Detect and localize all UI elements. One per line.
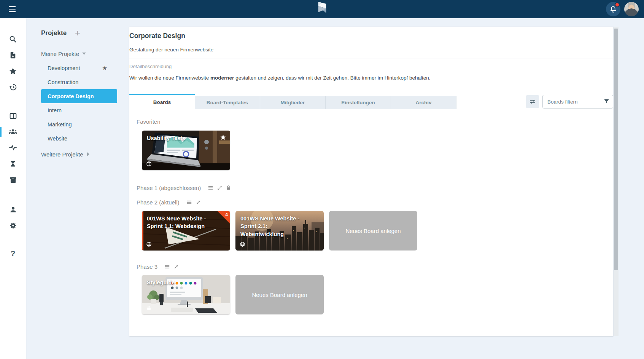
chevron-down-icon xyxy=(82,53,86,55)
favorites-star-icon[interactable] xyxy=(0,63,26,79)
collapse-icon[interactable] xyxy=(173,264,179,270)
icon-rail: ? xyxy=(0,18,26,359)
new-document-icon[interactable] xyxy=(0,47,26,63)
collapse-icon[interactable] xyxy=(196,199,201,205)
board-card-styleguide[interactable]: Styleguide xyxy=(142,275,230,314)
tab-board-templates[interactable]: Board-Templates xyxy=(195,96,260,109)
sidebar-item-weitere-projekte[interactable]: Weitere Projekte xyxy=(41,148,129,161)
globe-icon xyxy=(146,241,152,247)
globe-icon xyxy=(146,161,152,167)
board-filter-input[interactable] xyxy=(542,95,613,108)
sidebar-item-marketing[interactable]: Marketing xyxy=(41,117,117,131)
new-board-button[interactable]: Neues Board anlegen xyxy=(235,275,324,314)
favorite-star-icon[interactable] xyxy=(220,134,226,140)
board-card-usability-tests[interactable]: Usability Tests xyxy=(142,131,230,170)
board-card-sprint-2-1[interactable]: 001WS Neue Website - Sprint 2.1: Webentw… xyxy=(235,211,324,251)
sidebar-item-development[interactable]: Development ★ xyxy=(41,61,117,75)
tab-einstellungen[interactable]: Einstellungen xyxy=(326,96,391,109)
divider xyxy=(129,59,613,59)
board-card-sprint-1-1[interactable]: 4 001WS Neue Website - Sprint 1.1: Webde… xyxy=(142,211,230,251)
divider xyxy=(129,87,613,87)
board-title: Usability Tests xyxy=(142,131,230,142)
tab-archiv[interactable]: Archiv xyxy=(391,96,456,109)
tab-bar: Boards Board-Templates Mitglieder Einste… xyxy=(129,94,613,109)
card-accent-stripe xyxy=(142,211,143,251)
filter-funnel-icon[interactable] xyxy=(603,98,610,105)
section-phase2: Phase 2 (aktuell) xyxy=(137,199,613,206)
sidebar-item-intern[interactable]: Intern xyxy=(41,103,117,117)
chevron-right-icon xyxy=(87,152,89,156)
notification-badge xyxy=(615,2,620,7)
globe-icon xyxy=(240,241,245,247)
profile-icon[interactable] xyxy=(0,201,26,217)
lock-icon xyxy=(146,305,152,311)
phase-menu-icon[interactable] xyxy=(164,263,170,270)
pending-hourglass-icon[interactable] xyxy=(0,156,26,172)
lock-icon xyxy=(226,185,231,191)
phase-menu-icon[interactable] xyxy=(186,199,192,206)
sidebar-item-website[interactable]: Website xyxy=(41,131,117,145)
sidebar-item-corporate-design[interactable]: Corporate Design xyxy=(41,89,117,103)
page-subtitle: Gestaltung der neuen Firmenwebsite xyxy=(129,47,613,53)
tune-icon xyxy=(529,98,536,105)
add-project-icon[interactable]: + xyxy=(75,29,80,37)
scrollbar-track[interactable] xyxy=(614,27,619,336)
archive-icon[interactable] xyxy=(0,172,26,188)
boards-icon[interactable] xyxy=(0,108,26,124)
settings-gear-icon[interactable] xyxy=(0,217,26,233)
rail-active-indicator xyxy=(0,127,2,137)
project-sidebar: Projekte + Meine Projekte Development ★ … xyxy=(26,18,129,359)
section-title: Phase 3 xyxy=(137,263,157,270)
project-star-icon[interactable]: ★ xyxy=(102,65,107,72)
section-phase3: Phase 3 xyxy=(137,263,613,270)
expand-icon[interactable] xyxy=(217,185,223,191)
projects-title: Projekte xyxy=(41,29,67,37)
section-favoriten: Favoriten xyxy=(137,118,613,125)
detail-description: Wir wollen die neue Firmenwebsite modern… xyxy=(129,75,613,81)
detail-label: Detailbeschreibung xyxy=(129,64,613,69)
tab-boards[interactable]: Boards xyxy=(129,94,195,109)
help-icon[interactable]: ? xyxy=(0,246,26,262)
project-group-toggle[interactable]: Meine Projekte xyxy=(41,48,129,59)
menu-icon[interactable] xyxy=(3,0,21,18)
section-title: Favoriten xyxy=(137,118,161,125)
user-avatar[interactable] xyxy=(624,2,639,16)
history-icon[interactable] xyxy=(0,79,26,95)
top-bar xyxy=(0,0,644,18)
main-panel: Corporate Design Gestaltung der neuen Fi… xyxy=(129,27,613,336)
badge-count: 4 xyxy=(225,212,228,217)
filter-settings-button[interactable] xyxy=(526,95,539,108)
board-title: 001WS Neue Website - Sprint 2.1: Webentw… xyxy=(235,211,324,238)
phase-menu-icon[interactable] xyxy=(207,185,214,191)
tab-mitglieder[interactable]: Mitglieder xyxy=(260,96,326,109)
search-icon[interactable] xyxy=(0,31,26,47)
team-icon[interactable] xyxy=(0,124,26,140)
sidebar-item-construction[interactable]: Construction xyxy=(41,75,117,89)
section-title: Phase 1 (abgeschlossen) xyxy=(137,185,201,191)
scrollbar-thumb[interactable] xyxy=(614,29,618,270)
app-logo-icon[interactable] xyxy=(318,2,326,16)
board-title: 001WS Neue Website - Sprint 1.1: Webdesi… xyxy=(142,211,230,230)
section-title: Phase 2 (aktuell) xyxy=(137,199,180,206)
page-title: Corporate Design xyxy=(129,32,613,40)
activity-icon[interactable] xyxy=(0,140,26,156)
notification-bell-button[interactable] xyxy=(606,2,620,16)
new-board-button[interactable]: Neues Board anlegen xyxy=(329,211,417,251)
board-title: Styleguide xyxy=(142,275,230,286)
section-phase1: Phase 1 (abgeschlossen) xyxy=(137,185,613,191)
